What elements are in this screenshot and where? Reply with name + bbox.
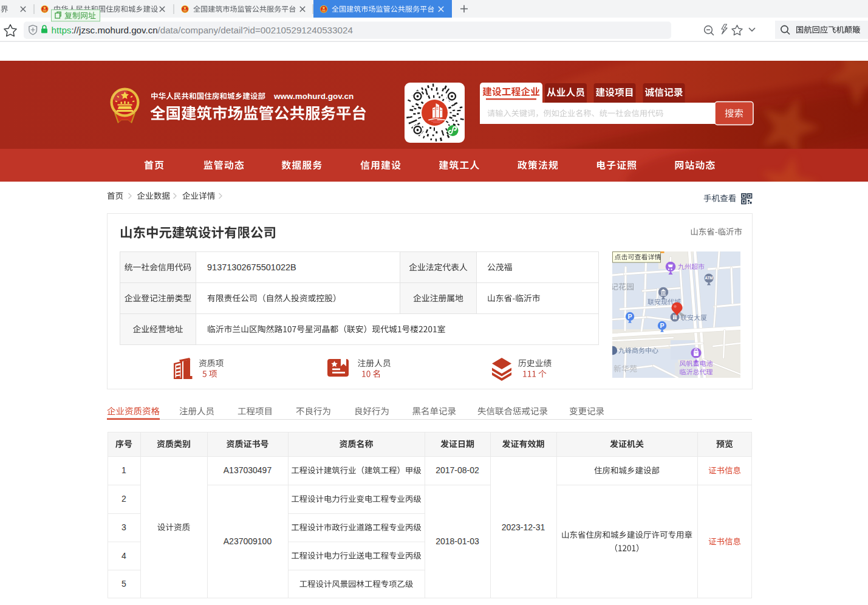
svg-text:www.mohurd.gov.cn: www.mohurd.gov.cn [273, 92, 354, 101]
svg-text:P: P [660, 322, 664, 329]
svg-text:2023-12-31: 2023-12-31 [502, 522, 545, 532]
svg-text:/data/company/detail?id=002105: /data/company/detail?id=0021052912405330… [158, 25, 353, 35]
svg-text:https: https [52, 25, 72, 35]
svg-text:91371302675501022B: 91371302675501022B [207, 262, 296, 272]
svg-text:2: 2 [121, 494, 126, 504]
svg-text:5: 5 [121, 579, 126, 589]
svg-text:2017-08-02: 2017-08-02 [436, 465, 479, 475]
svg-text:3: 3 [121, 522, 126, 532]
svg-text:1: 1 [121, 465, 126, 475]
svg-text:4: 4 [121, 551, 126, 561]
svg-text:A137030497: A137030497 [224, 465, 272, 475]
svg-text:ATM: ATM [705, 276, 713, 280]
svg-text:2018-01-03: 2018-01-03 [436, 536, 479, 546]
svg-text:://jzsc.mohurd.gov.cn: ://jzsc.mohurd.gov.cn [71, 25, 157, 35]
svg-text:P: P [627, 313, 632, 320]
svg-text:A237009100: A237009100 [224, 536, 272, 546]
